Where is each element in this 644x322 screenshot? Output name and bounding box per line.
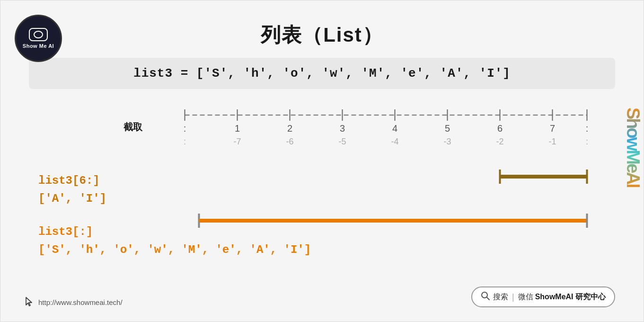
- svg-text:-1: -1: [548, 137, 556, 146]
- slice1-label: list3[6:] ['A', 'I']: [38, 172, 106, 208]
- svg-text:1: 1: [235, 123, 240, 134]
- page-title: 列表（List）: [19, 10, 625, 48]
- search-icon: [481, 291, 490, 303]
- search-divider: |: [512, 292, 514, 302]
- diagram-area: 截取 : 1 2: [29, 101, 615, 257]
- slice1-result: ['A', 'I']: [38, 190, 106, 208]
- svg-text:-2: -2: [496, 137, 503, 146]
- svg-text::: :: [586, 123, 589, 134]
- logo-icon: [29, 28, 48, 41]
- logo-area: Show Me AI: [15, 15, 62, 62]
- search-platform: 微信: [518, 292, 533, 302]
- svg-text:6: 6: [497, 123, 503, 134]
- svg-line-35: [487, 297, 489, 300]
- logo-text: Show Me AI: [23, 43, 54, 49]
- svg-text:-7: -7: [233, 137, 241, 146]
- slice2-label: list3[:] ['S', 'h', 'o', 'w', 'M', 'e', …: [38, 223, 311, 259]
- svg-text::: :: [184, 137, 186, 146]
- slice1-name: list3[6:]: [38, 172, 106, 190]
- cursor-icon: [24, 296, 35, 308]
- svg-text:-4: -4: [391, 137, 398, 146]
- search-box[interactable]: 搜索 | 微信 ShowMeAI 研究中心: [471, 286, 615, 307]
- svg-text:-5: -5: [338, 137, 346, 146]
- svg-text:7: 7: [550, 123, 555, 134]
- svg-point-34: [482, 292, 487, 298]
- svg-text:4: 4: [392, 123, 397, 134]
- svg-text:5: 5: [445, 123, 450, 134]
- svg-text:-3: -3: [443, 137, 451, 146]
- logo-circle: Show Me AI: [15, 15, 62, 62]
- search-brand: ShowMeAI 研究中心: [535, 292, 606, 302]
- footer-link: http://www.showmeai.tech/: [24, 296, 123, 308]
- svg-text:3: 3: [340, 123, 345, 134]
- slice2-result: ['S', 'h', 'o', 'w', 'M', 'e', 'A', 'I']: [38, 241, 311, 259]
- search-prefix: 搜索: [493, 292, 508, 302]
- svg-text::: :: [184, 123, 186, 134]
- svg-text::: :: [586, 137, 588, 146]
- watermark-text: ShowMeAI: [623, 107, 643, 187]
- footer-url: http://www.showmeai.tech/: [38, 298, 123, 306]
- svg-text:2: 2: [287, 123, 292, 134]
- code-box: list3 = ['S', 'h', 'o', 'w', 'M', 'e', '…: [29, 58, 615, 89]
- main-container: Show Me AI 列表（List） list3 = ['S', 'h', '…: [0, 0, 644, 322]
- code-content: list3 = ['S', 'h', 'o', 'w', 'M', 'e', '…: [133, 66, 511, 80]
- slice2-name: list3[:]: [38, 223, 311, 241]
- watermark: ShowMeAI: [622, 62, 644, 233]
- svg-text:-6: -6: [286, 137, 293, 146]
